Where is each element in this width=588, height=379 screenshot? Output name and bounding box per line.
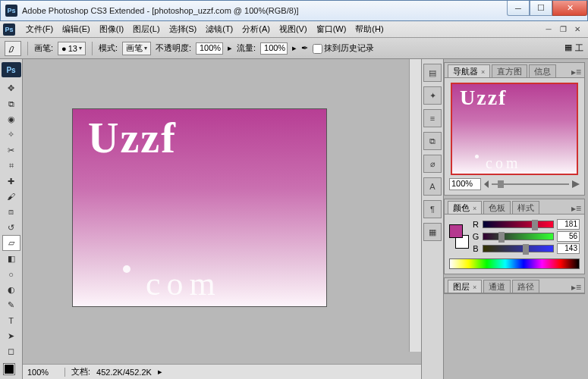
child-restore-button[interactable]: ❐ [557,24,569,35]
blur-tool[interactable]: ○ [2,266,20,281]
slice-tool[interactable]: ⌗ [2,158,20,173]
path-select-tool[interactable]: ➤ [2,328,20,343]
heal-tool[interactable]: ✚ [2,174,20,189]
dock-btn-para[interactable]: ¶ [423,200,442,218]
crop-tool[interactable]: ✂ [2,143,20,158]
tab-histogram[interactable]: 直方图 [492,64,527,77]
close-button[interactable]: ✕ [552,1,587,16]
flow-input[interactable]: 100% [260,42,288,55]
workspace-button[interactable]: 工 [575,42,583,54]
status-flyout-icon[interactable]: ▸ [158,367,162,377]
doc-label: 文档: [71,366,90,377]
tab-layers[interactable]: 图层× [448,280,482,293]
child-minimize-button[interactable]: ─ [542,24,555,35]
tab-channels[interactable]: 通道 [483,280,511,293]
minimize-button[interactable]: ─ [507,1,530,16]
wand-tool[interactable]: ✧ [2,127,20,143]
history-brush-tool[interactable]: ↺ [2,220,20,235]
dock-btn-misc[interactable]: ▦ [423,223,442,241]
pen-tool[interactable]: ✎ [2,297,20,312]
active-tool-indicator[interactable] [5,41,21,56]
g-value[interactable]: 56 [557,231,580,242]
tab-swatches[interactable]: 色板 [483,201,511,214]
collapsed-dock: ▤ ✦ ≡ ⧉ ⌀ A ¶ ▦ [421,59,444,379]
r-label: R [472,220,480,229]
palette-well-icon[interactable]: ▦ [564,42,572,54]
doc-size: 452.2K/452.2K [96,368,152,377]
menu-help[interactable]: 帮助(H) [351,21,388,37]
dock-btn-paths[interactable]: ⌀ [423,155,442,173]
lasso-tool[interactable]: ◉ [2,111,20,127]
color-swatches[interactable] [2,362,20,379]
tab-styles[interactable]: 样式 [512,201,539,214]
menu-view[interactable]: 视图(V) [275,21,312,37]
child-close-button[interactable]: ✕ [571,24,583,35]
opacity-label: 不透明度: [156,42,191,54]
navigator-menu-icon[interactable]: ▸≡ [571,67,584,77]
dock-btn-text[interactable]: A [423,177,442,196]
menu-edit[interactable]: 编辑(E) [58,21,95,37]
dock-btn-layers[interactable]: ≡ [423,109,442,127]
options-bar: 画笔: ●13▾ 模式: 画笔▾ 不透明度: 100%▸ 流量: 100%▸ ✒… [0,38,588,59]
menu-analysis[interactable]: 分析(A) [237,21,275,37]
vertical-scrollbar[interactable] [409,59,421,352]
brush-tool[interactable]: 🖌 [2,189,20,204]
menu-layer[interactable]: 图层(L) [128,21,164,37]
dock-btn-channels[interactable]: ⧉ [423,132,442,150]
tab-color[interactable]: 颜色× [448,201,482,214]
brush-preset-dropdown[interactable]: ●13▾ [58,42,86,55]
move-tool[interactable]: ✥ [2,80,20,96]
toolbox-header-icon[interactable]: Ps [2,62,21,77]
color-panel: 颜色× 色板 样式 ▸≡ R181 G56 B143 [444,199,585,274]
color-foreground-background[interactable] [449,224,469,249]
opacity-flyout[interactable]: ▸ [228,43,232,53]
r-slider[interactable] [483,221,554,228]
navigator-thumbnail[interactable]: Uzzf com [451,83,578,175]
color-menu-icon[interactable]: ▸≡ [571,203,584,214]
type-tool[interactable]: T [2,313,20,328]
menu-bar: Ps 文件(F) 编辑(E) 图像(I) 图层(L) 选择(S) 滤镜(T) 分… [0,21,588,38]
dock-btn-brushes[interactable]: ▤ [423,64,442,82]
b-slider[interactable] [483,245,554,252]
airbrush-icon[interactable]: ✒ [301,43,308,53]
brush-label: 画笔: [34,42,53,54]
canvas[interactable]: Uzzf com [72,108,327,307]
tab-info[interactable]: 信息 [529,64,556,77]
erase-history-checkbox[interactable]: 抹到历史记录 [313,42,374,54]
navigator-zoom-input[interactable]: 100% [449,178,481,190]
r-value[interactable]: 181 [557,219,580,230]
menu-window[interactable]: 窗口(W) [312,21,351,37]
mode-dropdown[interactable]: 画笔▾ [122,42,151,55]
gradient-tool[interactable]: ◧ [2,251,20,266]
dodge-tool[interactable]: ◐ [2,282,20,297]
shape-tool[interactable]: ◻ [2,343,20,359]
canvas-viewport[interactable]: Uzzf com [23,59,421,364]
b-value[interactable]: 143 [557,243,580,254]
eraser-tool[interactable]: ▱ [2,235,20,251]
g-label: G [472,232,480,241]
stamp-tool[interactable]: ⧈ [2,205,20,220]
zoom-in-icon[interactable] [572,180,580,188]
menu-filter[interactable]: 滤镜(T) [201,21,237,37]
menu-select[interactable]: 选择(S) [165,21,202,37]
zoom-level[interactable]: 100% [27,368,65,377]
app-menu-icon[interactable]: Ps [3,23,15,36]
maximize-button[interactable]: ☐ [530,1,552,16]
flow-flyout[interactable]: ▸ [292,43,297,53]
opacity-input[interactable]: 100% [196,42,223,55]
tab-paths[interactable]: 路径 [512,280,539,293]
toolbox: Ps ✥ ⧉ ◉ ✧ ✂ ⌗ ✚ 🖌 ⧈ ↺ ▱ ◧ ○ ◐ ✎ T ➤ ◻ [0,59,23,379]
navigator-zoom-slider[interactable] [492,179,569,190]
dock-btn-tools[interactable]: ✦ [423,86,442,105]
g-slider[interactable] [483,233,554,240]
menu-file[interactable]: 文件(F) [21,21,58,37]
marquee-tool[interactable]: ⧉ [2,96,20,111]
navigator-panel: 导航器× 直方图 信息 ▸≡ Uzzf com 100% [444,62,585,196]
layers-menu-icon[interactable]: ▸≡ [571,282,584,293]
color-spectrum[interactable] [449,258,580,269]
zoom-out-icon[interactable] [484,180,489,188]
b-label: B [472,244,480,253]
window-title: Adobe Photoshop CS3 Extended - [photosho… [22,6,299,15]
menu-image[interactable]: 图像(I) [95,21,128,37]
tab-navigator[interactable]: 导航器× [448,64,490,77]
